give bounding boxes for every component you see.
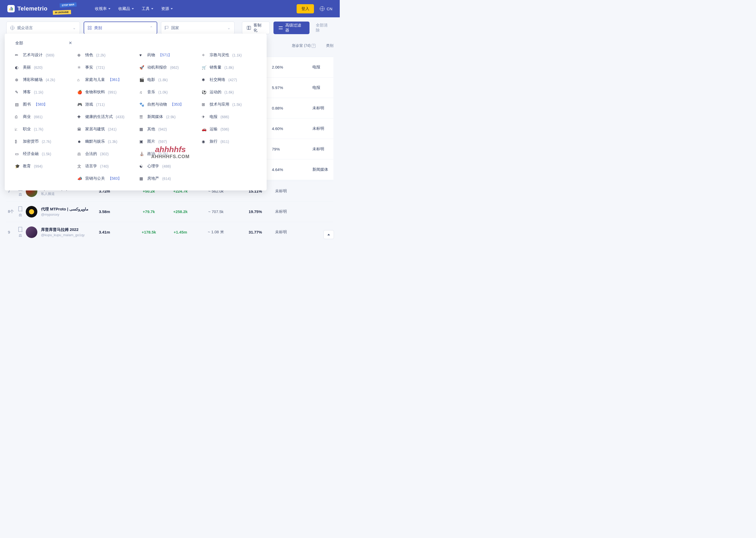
chevron-down-icon: [171, 8, 173, 10]
clear-all-button[interactable]: 全部清除: [313, 23, 334, 33]
advanced-filter-button[interactable]: 高级过滤器: [274, 22, 309, 34]
col-category[interactable]: 类别: [326, 43, 334, 48]
category-option[interactable]: 🚗运输 (596): [198, 125, 260, 134]
category-option[interactable]: ✚健康的生活方式 (433): [74, 112, 136, 121]
category-label: 营销与公关: [85, 176, 105, 181]
category-option[interactable]: ✎博客 (1.1k): [11, 87, 74, 97]
top-nav: 收视率 收藏品 工具 资源: [95, 6, 173, 11]
cell-reach: ~ 707.5k: [196, 209, 236, 214]
category-option[interactable]: ⊞技术与应用 (1.5k): [198, 100, 260, 109]
category-icon: ◐: [15, 65, 20, 70]
category-icon: ₿: [15, 139, 20, 144]
help-icon[interactable]: ?: [312, 44, 316, 48]
filter-category[interactable]: 类别 ⌃: [84, 22, 157, 34]
scroll-to-top-button[interactable]: [323, 230, 334, 239]
category-option[interactable]: 🏛家居与建筑 (241): [74, 125, 136, 134]
category-option[interactable]: ♫音乐 (1.0k): [136, 87, 198, 97]
nav-collections[interactable]: 收藏品: [118, 6, 134, 11]
category-search-input[interactable]: [15, 39, 73, 47]
category-option[interactable]: ⟀职业 (1.7k): [11, 125, 74, 134]
category-option[interactable]: ▦其他 (942): [136, 125, 198, 134]
category-label: 药物: [147, 53, 155, 58]
category-option[interactable]: ▤图书 【583】: [11, 100, 74, 109]
channel-info[interactable]: 代理 MTProto | ماوپروکسی@myporoxy: [41, 207, 99, 216]
category-option[interactable]: ⛪政治 (2.7k): [136, 149, 198, 158]
category-option[interactable]: 🛒销售量 (1.8k): [198, 63, 260, 72]
category-option[interactable]: ▣图片 (597): [136, 137, 198, 146]
category-option[interactable]: ⌂家庭与儿童 【361】: [74, 75, 136, 84]
category-icon: ⚖: [77, 152, 82, 156]
language-switcher[interactable]: CN: [320, 6, 332, 11]
bookmark-icon[interactable]: [19, 227, 22, 232]
category-count: (1.8k): [224, 65, 234, 70]
category-option[interactable]: ✧宗教与灵性 (1.1k): [198, 50, 260, 60]
category-option[interactable]: ⚽运动的 (1.6k): [198, 87, 260, 97]
cell-category: 未标明: [312, 146, 332, 152]
col-er7[interactable]: 急诊室 (7d) ?: [292, 43, 316, 48]
category-count: (597): [158, 139, 167, 144]
category-option[interactable]: 🎓教育 (994): [11, 162, 74, 171]
category-count: (488): [162, 164, 171, 168]
compare-icon[interactable]: ⚖: [19, 213, 22, 217]
category-option[interactable]: ✈电报 (686): [198, 112, 260, 121]
category-option[interactable]: ♥药物 【571】: [136, 50, 198, 60]
login-button[interactable]: 登入: [297, 4, 314, 13]
category-option[interactable]: ⚛事实 (721): [74, 63, 136, 72]
category-label: 商业: [23, 114, 31, 119]
category-option[interactable]: ◉旅行 (811): [198, 137, 260, 146]
category-count: (711): [96, 102, 105, 107]
filter-country[interactable]: 国家 ⌄: [161, 22, 234, 34]
table-row[interactable]: 9⚖库普库普马拉姆 2022@kupu_kupu_malam_go1qy3.41…: [6, 222, 334, 242]
category-option[interactable]: ₿加密货币 (2.7k): [11, 137, 74, 146]
category-icon: 🏛: [77, 127, 82, 132]
filter-audience-language[interactable]: 观众语言 ⌄: [6, 22, 80, 34]
table-row[interactable]: 8个⚖代理 MTProto | ماوپروکسی@myporoxy3.58m+…: [6, 201, 334, 222]
category-option[interactable]: 文语言学 (740): [74, 162, 136, 171]
nav-resources[interactable]: 资源: [161, 6, 173, 11]
channel-handle: @myporoxy: [41, 213, 99, 216]
cell-category: 电报: [312, 85, 332, 90]
category-option[interactable]: ⎙商业 (681): [11, 112, 74, 121]
category-option[interactable]: ⊕情色 (2.2k): [74, 50, 136, 60]
customize-button[interactable]: 客制化: [242, 22, 270, 34]
channel-avatar[interactable]: [26, 227, 37, 238]
clear-icon[interactable]: ✕: [69, 40, 72, 45]
category-option[interactable]: ▦房地产 (614): [136, 174, 198, 183]
category-option[interactable]: ◐美丽 (620): [11, 63, 74, 72]
category-count: 【583】: [34, 102, 47, 107]
globe-icon: [320, 6, 325, 11]
category-option[interactable]: 🚀动机和报价 (662): [136, 63, 198, 72]
category-label: 电报: [210, 114, 218, 119]
category-count: (2.2k): [96, 53, 106, 57]
sliders-icon: [279, 26, 283, 29]
category-option[interactable]: 🎮游戏 (711): [74, 100, 136, 109]
table-header-right: 急诊室 (7d) ? 类别: [292, 43, 334, 48]
nav-tools[interactable]: 工具: [142, 6, 153, 11]
category-option[interactable]: 🍎食物和饮料 (991): [74, 87, 136, 97]
category-label: 情色: [85, 53, 93, 58]
compare-icon[interactable]: ⚖: [19, 192, 22, 196]
category-label: 事实: [85, 65, 93, 70]
category-label: 职业: [23, 127, 31, 132]
compare-icon[interactable]: ⚖: [19, 233, 22, 238]
category-option[interactable]: ☰新闻媒体 (2.9k): [136, 112, 198, 121]
ukraine-badge: STOP WAR IN UKRAINE: [53, 3, 77, 15]
category-count: (427): [228, 78, 237, 82]
category-option[interactable]: ▭经济金融 (1.5k): [11, 149, 74, 158]
category-option[interactable]: ☯心理学 (488): [136, 162, 198, 171]
bookmark-icon[interactable]: [19, 206, 22, 211]
category-option[interactable]: ✱社交网络 (427): [198, 75, 260, 84]
channel-avatar[interactable]: [26, 206, 37, 218]
category-option[interactable]: ✏艺术与设计 (569): [11, 50, 74, 60]
category-option[interactable]: 🎬电影 (1.8k): [136, 75, 198, 84]
category-option[interactable]: ⊛博彩和赌场 (4.2k): [11, 75, 74, 84]
cell-er: 0.88%: [272, 106, 289, 110]
category-option[interactable]: ☻幽默与娱乐 (1.3k): [74, 137, 136, 146]
category-dropdown: ✕ ✏艺术与设计 (569)◐美丽 (620)⊛博彩和赌场 (4.2k)✎博客 …: [5, 34, 267, 190]
category-option[interactable]: 📣营销与公关 【583】: [74, 174, 136, 183]
category-option[interactable]: ⚖合法的 (302): [74, 149, 136, 158]
cell-delta2: +258.2k: [164, 209, 196, 214]
nav-ratings[interactable]: 收视率: [95, 6, 110, 11]
channel-info[interactable]: 库普库普马拉姆 2022@kupu_kupu_malam_go1qy: [41, 227, 99, 237]
category-option[interactable]: 🐾自然与动物 【353】: [136, 100, 198, 109]
